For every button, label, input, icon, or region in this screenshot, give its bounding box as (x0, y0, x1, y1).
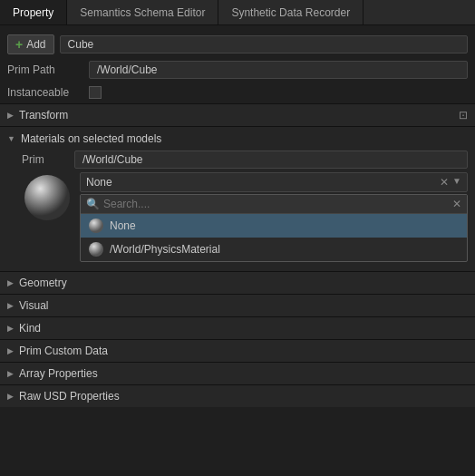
kind-chevron: ▶ (7, 324, 14, 333)
material-dropdown-panel: 🔍 ✕ (80, 194, 468, 262)
visual-section[interactable]: ▶ Visual (0, 294, 475, 316)
add-icon: + (15, 37, 23, 52)
svg-point-2 (89, 242, 103, 257)
dropdown-clear-icon[interactable]: ✕ (440, 176, 449, 189)
array-properties-section[interactable]: ▶ Array Properties (0, 362, 475, 384)
prim-path-value[interactable]: /World/Cube (89, 61, 468, 79)
property-panel: + Add Cube Prim Path /World/Cube Instanc… (0, 25, 475, 413)
instanceable-checkbox[interactable] (89, 86, 102, 99)
geometry-section[interactable]: ▶ Geometry (0, 271, 475, 294)
materials-header[interactable]: ▼ Materials on selected models (7, 132, 468, 151)
transform-chevron: ▶ (7, 111, 14, 120)
transform-icon: ⊡ (459, 109, 468, 121)
material-dropdown-button[interactable]: None ✕ ▼ (80, 172, 468, 192)
raw-usd-properties-section[interactable]: ▶ Raw USD Properties (0, 384, 475, 407)
dropdown-item-physics-material[interactable]: /World/PhysicsMaterial (81, 238, 467, 261)
raw-usd-properties-chevron: ▶ (7, 392, 14, 401)
instanceable-row: Instanceable (0, 82, 475, 103)
visual-title: Visual (19, 299, 48, 312)
add-row: + Add Cube (0, 31, 475, 58)
materials-chevron: ▼ (7, 134, 15, 143)
search-clear-icon[interactable]: ✕ (452, 198, 461, 210)
tab-bar: Property Semantics Schema Editor Synthet… (0, 0, 475, 25)
materials-prim-value[interactable]: /World/Cube (74, 151, 468, 169)
tab-property[interactable]: Property (0, 0, 67, 24)
tab-synthetic-data[interactable]: Synthetic Data Recorder (218, 0, 364, 24)
transform-section[interactable]: ▶ Transform ⊡ (0, 103, 475, 126)
geometry-title: Geometry (19, 277, 67, 289)
svg-point-1 (89, 219, 103, 233)
array-properties-chevron: ▶ (7, 369, 14, 378)
materials-section: ▼ Materials on selected models Prim /Wor… (0, 126, 475, 271)
material-search-input[interactable] (103, 198, 449, 210)
prim-custom-data-title: Prim Custom Data (19, 345, 108, 357)
dropdown-arrow-icon: ▼ (452, 176, 461, 189)
prim-custom-data-chevron: ▶ (7, 346, 14, 355)
material-sphere-preview (22, 172, 73, 223)
prim-path-label: Prim Path (7, 63, 89, 76)
item-sphere-physics (88, 241, 104, 257)
visual-chevron: ▶ (7, 301, 14, 310)
raw-usd-properties-title: Raw USD Properties (19, 390, 120, 403)
instanceable-label: Instanceable (7, 86, 89, 99)
tab-semantics[interactable]: Semantics Schema Editor (67, 0, 218, 24)
add-button[interactable]: + Add (7, 34, 54, 54)
material-search-row: 🔍 ✕ (81, 195, 467, 214)
kind-section[interactable]: ▶ Kind (0, 316, 475, 339)
item-sphere-none (88, 218, 104, 234)
search-icon: 🔍 (86, 198, 100, 210)
materials-title: Materials on selected models (21, 132, 161, 145)
materials-prim-label: Prim (22, 153, 67, 166)
kind-title: Kind (19, 322, 41, 335)
material-dropdown-area: None ✕ ▼ 🔍 ✕ (80, 172, 468, 262)
cube-name-field: Cube (60, 35, 468, 53)
material-selector-area: None ✕ ▼ 🔍 ✕ (22, 172, 468, 262)
prim-custom-data-section[interactable]: ▶ Prim Custom Data (0, 339, 475, 362)
transform-title: Transform (19, 109, 68, 121)
svg-point-0 (24, 175, 70, 220)
geometry-chevron: ▶ (7, 278, 14, 287)
materials-prim-row: Prim /World/Cube (22, 151, 468, 169)
dropdown-item-none[interactable]: None (81, 214, 467, 238)
array-properties-title: Array Properties (19, 367, 98, 380)
prim-path-row: Prim Path /World/Cube (0, 58, 475, 82)
